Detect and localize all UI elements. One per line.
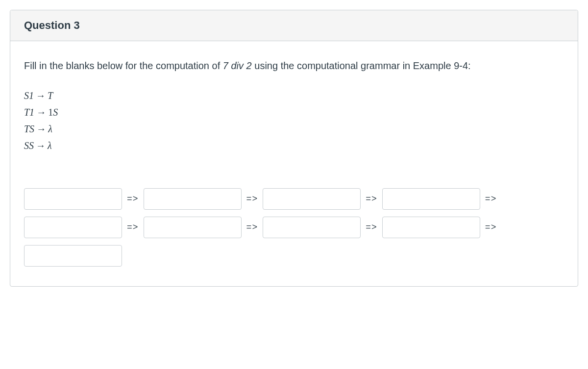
arrow-icon: →: [34, 107, 48, 118]
blank-input-1[interactable]: [24, 188, 122, 210]
rule-lhs: TS: [24, 123, 34, 134]
derives-symbol: =>: [366, 222, 377, 232]
derives-symbol: =>: [246, 194, 258, 204]
prompt-italic: 7 div 2: [223, 60, 252, 71]
fill-blanks-area: =>=>=>=>=>=>=>=>: [24, 188, 563, 267]
blank-input-8[interactable]: [382, 217, 480, 238]
derives-symbol: =>: [366, 194, 377, 204]
rule-rhs: λ: [48, 140, 52, 151]
blank-input-2[interactable]: [144, 188, 242, 210]
question-header: Question 3: [10, 10, 578, 41]
rule-rhs: 1S: [48, 107, 58, 118]
blank-input-9[interactable]: [24, 245, 122, 267]
derives-symbol: =>: [246, 222, 258, 232]
blank-input-6[interactable]: [144, 217, 242, 238]
grammar-rule: SS→λ: [24, 137, 564, 154]
rule-lhs: S1: [24, 90, 34, 101]
blank-input-3[interactable]: [263, 188, 361, 210]
arrow-icon: →: [34, 123, 48, 134]
prompt-text-1: Fill in the blanks below for the computa…: [24, 60, 223, 71]
question-body: Fill in the blanks below for the computa…: [10, 41, 578, 286]
question-prompt: Fill in the blanks below for the computa…: [24, 58, 564, 74]
blank-input-5[interactable]: [24, 217, 122, 238]
grammar-rule: S1→T: [24, 87, 564, 104]
arrow-icon: →: [34, 140, 48, 151]
rule-lhs: T1: [24, 107, 34, 118]
rule-rhs: T: [48, 90, 53, 101]
grammar-rule: T1→1S: [24, 104, 564, 121]
question-container: Question 3 Fill in the blanks below for …: [10, 10, 578, 287]
prompt-text-2: using the computational grammar in Examp…: [252, 60, 471, 71]
blank-input-4[interactable]: [382, 188, 480, 210]
derives-symbol: =>: [127, 194, 139, 204]
arrow-icon: →: [34, 90, 48, 101]
derives-symbol: =>: [485, 222, 497, 232]
grammar-rule: TS→λ: [24, 121, 564, 137]
derives-symbol: =>: [127, 222, 139, 232]
rule-rhs: λ: [48, 123, 52, 134]
grammar-rules: S1→T T1→1S TS→λ SS→λ: [24, 87, 564, 154]
blank-input-7[interactable]: [263, 217, 361, 238]
rule-lhs: SS: [24, 140, 34, 151]
question-title: Question 3: [24, 19, 564, 32]
derives-symbol: =>: [485, 194, 497, 204]
